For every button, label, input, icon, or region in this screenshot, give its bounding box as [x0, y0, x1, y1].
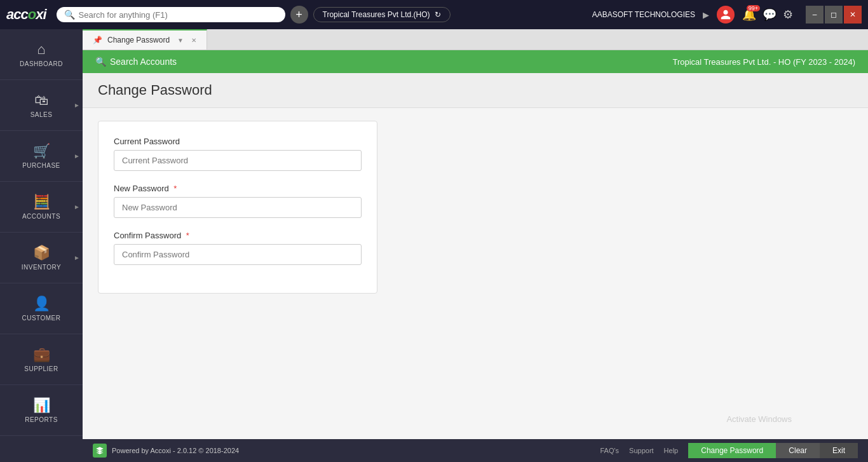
- page-header: Change Password: [83, 73, 868, 108]
- footer-help-link[interactable]: Help: [664, 447, 679, 454]
- minimize-button[interactable]: –: [806, 6, 824, 24]
- aabasoft-label: AABASOFT TECHNOLOGIES: [592, 10, 695, 19]
- customer-icon: 👤: [33, 296, 50, 312]
- sidebar-item-purchase-wrap: 🛒 PURCHASE ►: [0, 131, 83, 182]
- company-selector[interactable]: Tropical Treasures Pvt Ltd.(HO) ↻: [313, 7, 451, 22]
- confirm-password-required: *: [186, 231, 189, 240]
- confirm-password-label: Confirm Password *: [114, 231, 362, 240]
- clear-button[interactable]: Clear: [776, 443, 820, 458]
- tab-x-icon[interactable]: ✕: [191, 37, 196, 44]
- restore-button[interactable]: ◻: [825, 6, 843, 24]
- main-layout: ⌂ DASHBOARD 🛍 SALES ► 🛒 PURCHASE ► 🧮 ACC…: [0, 29, 868, 462]
- notification-area: 🔔 99+ 💬 ⚙: [742, 8, 793, 22]
- content-area: 📌 Change Password ▼ ✕ 🔍 Search Accounts …: [83, 29, 868, 462]
- sidebar-label-sales: SALES: [31, 111, 53, 118]
- close-window-button[interactable]: ✕: [844, 6, 862, 24]
- company-info-label: Tropical Treasures Pvt Ltd. - HO (FY 202…: [672, 57, 855, 67]
- supplier-icon: 💼: [33, 346, 50, 363]
- inventory-icon: 📦: [33, 245, 50, 261]
- new-password-input[interactable]: [114, 197, 362, 218]
- arrow-icon: ▶: [703, 10, 709, 20]
- footer-faq-link[interactable]: FAQ's: [600, 447, 619, 454]
- form-area: Current Password New Password * Confirm …: [83, 108, 868, 439]
- confirm-password-group: Confirm Password *: [114, 231, 362, 265]
- search-input[interactable]: [79, 10, 278, 20]
- sidebar-label-reports: REPORTS: [25, 416, 58, 423]
- sidebar-item-sales[interactable]: 🛍 SALES ►: [0, 80, 83, 131]
- sidebar-item-reports[interactable]: 📊 REPORTS: [0, 385, 83, 436]
- sidebar-item-customer[interactable]: 👤 CUSTOMER: [0, 283, 83, 334]
- change-password-button[interactable]: Change Password: [688, 443, 776, 458]
- current-password-input[interactable]: [114, 150, 362, 171]
- sidebar-label-purchase: PURCHASE: [22, 162, 60, 169]
- search-accounts-area[interactable]: 🔍 Search Accounts: [95, 57, 177, 67]
- sidebar: ⌂ DASHBOARD 🛍 SALES ► 🛒 PURCHASE ► 🧮 ACC…: [0, 29, 83, 462]
- footer-logo: [93, 444, 107, 458]
- sidebar-item-supplier[interactable]: 💼 SUPPLIER: [0, 334, 83, 385]
- settings-icon[interactable]: ⚙: [783, 8, 793, 22]
- accounts-icon: 🧮: [33, 194, 50, 210]
- sidebar-label-inventory: INVENTORY: [22, 264, 61, 271]
- purchase-icon: 🛒: [33, 143, 50, 160]
- footer-buttons: Change Password Clear Exit: [688, 443, 858, 458]
- current-password-label: Current Password: [114, 137, 362, 146]
- sidebar-item-purchase[interactable]: 🛒 PURCHASE ►: [0, 131, 83, 182]
- sidebar-item-sales-wrap: 🛍 SALES ►: [0, 80, 83, 131]
- sidebar-item-accounts-wrap: 🧮 ACCOUNTS ►: [0, 182, 83, 233]
- sales-icon: 🛍: [34, 92, 48, 109]
- current-password-group: Current Password: [114, 137, 362, 171]
- sidebar-item-inventory[interactable]: 📦 INVENTORY ►: [0, 233, 83, 283]
- search-accounts-icon: 🔍: [95, 57, 106, 67]
- form-card: Current Password New Password * Confirm …: [98, 121, 377, 294]
- sidebar-item-accounts[interactable]: 🧮 ACCOUNTS ►: [0, 182, 83, 233]
- exit-button[interactable]: Exit: [820, 443, 858, 458]
- tab-label: Change Password: [107, 36, 170, 44]
- tab-change-password[interactable]: 📌 Change Password ▼ ✕: [83, 29, 207, 50]
- accounts-arrow-icon: ►: [74, 203, 80, 210]
- new-password-label: New Password *: [114, 184, 362, 193]
- new-password-group: New Password *: [114, 184, 362, 218]
- tab-pin-icon: 📌: [93, 36, 102, 44]
- window-buttons: – ◻ ✕: [806, 6, 862, 24]
- new-password-required: *: [173, 184, 177, 193]
- sales-arrow-icon: ►: [74, 102, 80, 109]
- tab-close-icon[interactable]: ▼: [177, 37, 184, 44]
- footer-support-link[interactable]: Support: [629, 447, 654, 454]
- sidebar-item-inventory-wrap: 📦 INVENTORY ►: [0, 233, 83, 283]
- page-title: Change Password: [98, 82, 853, 99]
- avatar[interactable]: [717, 6, 735, 24]
- notification-button[interactable]: 🔔 99+: [742, 8, 756, 22]
- topbar-right: AABASOFT TECHNOLOGIES ▶ 🔔 99+ 💬 ⚙ – ◻ ✕: [592, 6, 862, 24]
- confirm-password-input[interactable]: [114, 244, 362, 265]
- sidebar-label-customer: CUSTOMER: [22, 315, 60, 322]
- dashboard-icon: ⌂: [37, 41, 45, 58]
- footer: Powered by Accoxi - 2.0.12 © 2018-2024 F…: [83, 439, 868, 462]
- app-logo: accoxi: [6, 6, 46, 23]
- search-icon: 🔍: [64, 10, 75, 20]
- reports-icon: 📊: [33, 397, 50, 414]
- sidebar-label-supplier: SUPPLIER: [24, 365, 58, 372]
- inventory-arrow-icon: ►: [74, 254, 80, 261]
- topbar: accoxi 🔍 + Tropical Treasures Pvt Ltd.(H…: [0, 0, 868, 29]
- green-header: 🔍 Search Accounts Tropical Treasures Pvt…: [83, 50, 868, 73]
- refresh-icon[interactable]: ↻: [435, 10, 441, 19]
- search-bar[interactable]: 🔍: [57, 7, 285, 22]
- tab-bar: 📌 Change Password ▼ ✕: [83, 29, 868, 50]
- sidebar-label-accounts: ACCOUNTS: [22, 213, 60, 220]
- add-button[interactable]: +: [290, 6, 308, 24]
- notification-badge: 99+: [747, 5, 760, 11]
- sidebar-label-dashboard: DASHBOARD: [20, 60, 63, 67]
- sidebar-item-dashboard[interactable]: ⌂ DASHBOARD: [0, 29, 83, 80]
- search-accounts-label: Search Accounts: [110, 57, 177, 67]
- chat-icon[interactable]: 💬: [763, 8, 776, 22]
- purchase-arrow-icon: ►: [74, 153, 80, 160]
- company-name-display: Tropical Treasures Pvt Ltd.(HO): [323, 10, 430, 19]
- footer-links: FAQ's Support Help: [600, 447, 678, 454]
- footer-powered-by: Powered by Accoxi - 2.0.12 © 2018-2024: [112, 447, 239, 454]
